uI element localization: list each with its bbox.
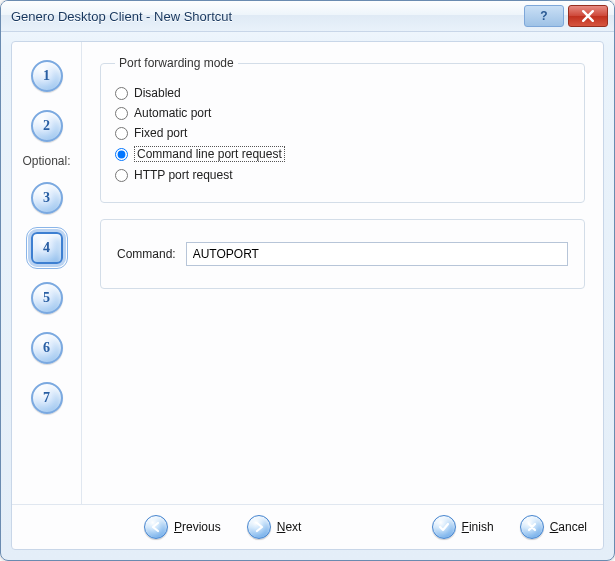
previous-label: Previous [174, 520, 221, 534]
command-label: Command: [117, 247, 176, 261]
wizard-footer: Previous Next Finish [12, 504, 603, 549]
close-button[interactable] [568, 5, 608, 27]
step-7[interactable]: 7 [31, 382, 63, 414]
command-box: Command: [100, 219, 585, 289]
radio-fixed-row: Fixed port [115, 126, 570, 140]
radio-fixed-port[interactable] [115, 127, 128, 140]
titlebar: Genero Desktop Client - New Shortcut ? [1, 1, 614, 32]
step-4[interactable]: 4 [31, 232, 63, 264]
cancel-label: Cancel [550, 520, 587, 534]
port-forwarding-group: Port forwarding mode Disabled Automatic … [100, 56, 585, 203]
radio-command-line-port-label[interactable]: Command line port request [134, 146, 285, 162]
dialog-body: 1 2 Optional: 3 4 5 6 7 Port forwarding … [1, 31, 614, 560]
content-frame: 1 2 Optional: 3 4 5 6 7 Port forwarding … [11, 41, 604, 550]
radio-cmdline-row: Command line port request [115, 146, 570, 162]
radio-disabled-row: Disabled [115, 86, 570, 100]
radio-disabled-label[interactable]: Disabled [134, 86, 181, 100]
cancel-icon [520, 515, 544, 539]
next-icon [247, 515, 271, 539]
previous-button[interactable]: Previous [144, 515, 221, 539]
radio-command-line-port[interactable] [115, 148, 128, 161]
step-content: Port forwarding mode Disabled Automatic … [82, 42, 603, 504]
radio-automatic-port[interactable] [115, 107, 128, 120]
finish-button[interactable]: Finish [432, 515, 494, 539]
next-button[interactable]: Next [247, 515, 302, 539]
close-icon [582, 10, 594, 22]
radio-automatic-port-label[interactable]: Automatic port [134, 106, 211, 120]
radio-http-port-label[interactable]: HTTP port request [134, 168, 232, 182]
window-title: Genero Desktop Client - New Shortcut [11, 9, 520, 24]
step-2[interactable]: 2 [31, 110, 63, 142]
cancel-button[interactable]: Cancel [520, 515, 587, 539]
next-label: Next [277, 520, 302, 534]
wizard-steps: 1 2 Optional: 3 4 5 6 7 [12, 42, 82, 504]
group-legend: Port forwarding mode [115, 56, 238, 70]
previous-icon [144, 515, 168, 539]
finish-label: Finish [462, 520, 494, 534]
radio-disabled[interactable] [115, 87, 128, 100]
help-button[interactable]: ? [524, 5, 564, 27]
step-3[interactable]: 3 [31, 182, 63, 214]
command-input[interactable] [186, 242, 568, 266]
radio-http-port[interactable] [115, 169, 128, 182]
step-1[interactable]: 1 [31, 60, 63, 92]
radio-fixed-port-label[interactable]: Fixed port [134, 126, 187, 140]
radio-http-row: HTTP port request [115, 168, 570, 182]
upper-area: 1 2 Optional: 3 4 5 6 7 Port forwarding … [12, 42, 603, 504]
step-5[interactable]: 5 [31, 282, 63, 314]
command-row: Command: [117, 242, 568, 266]
step-6[interactable]: 6 [31, 332, 63, 364]
radio-automatic-row: Automatic port [115, 106, 570, 120]
dialog-window: Genero Desktop Client - New Shortcut ? 1… [0, 0, 615, 561]
optional-label: Optional: [22, 154, 70, 168]
finish-icon [432, 515, 456, 539]
